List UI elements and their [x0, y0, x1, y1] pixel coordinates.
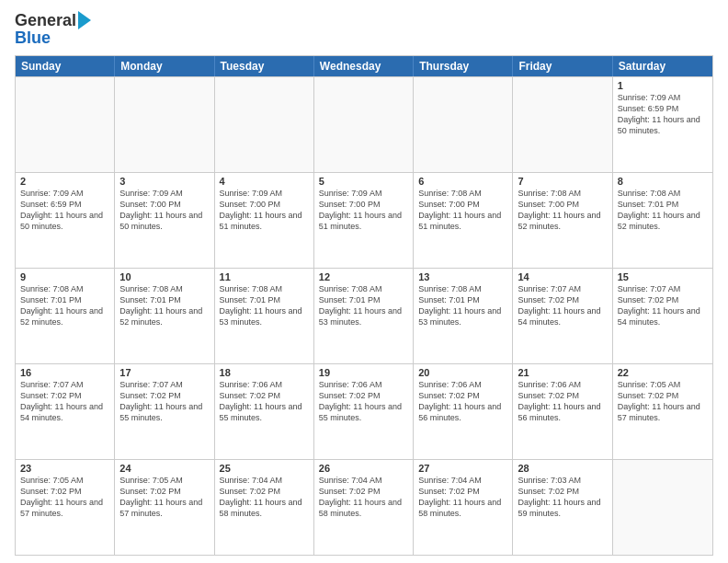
- cell-info: Sunrise: 7:09 AMSunset: 7:00 PMDaylight:…: [220, 188, 309, 233]
- day-number: 9: [20, 271, 109, 282]
- calendar-cell: 22Sunrise: 7:05 AMSunset: 7:02 PMDayligh…: [613, 364, 712, 459]
- cell-info: Sunrise: 7:07 AMSunset: 7:02 PMDaylight:…: [119, 379, 209, 424]
- calendar-cell: 15Sunrise: 7:07 AMSunset: 7:02 PMDayligh…: [613, 269, 712, 363]
- day-number: 8: [618, 176, 708, 187]
- day-number: 10: [119, 271, 209, 282]
- cell-info: Sunrise: 7:08 AMSunset: 7:01 PMDaylight:…: [119, 283, 209, 328]
- cell-info: Sunrise: 7:04 AMSunset: 7:02 PMDaylight:…: [319, 475, 408, 520]
- calendar-row: 1Sunrise: 7:09 AMSunset: 6:59 PMDaylight…: [16, 76, 712, 172]
- calendar-cell: 27Sunrise: 7:04 AMSunset: 7:02 PMDayligh…: [414, 460, 513, 555]
- calendar-header-day: Friday: [513, 56, 612, 76]
- calendar-header-day: Monday: [115, 56, 214, 76]
- day-number: 11: [220, 271, 309, 282]
- calendar-row: 16Sunrise: 7:07 AMSunset: 7:02 PMDayligh…: [16, 363, 712, 459]
- calendar-cell: 16Sunrise: 7:07 AMSunset: 7:02 PMDayligh…: [16, 364, 115, 459]
- logo-blue-text: Blue: [15, 29, 51, 48]
- day-number: 3: [119, 176, 209, 187]
- calendar-cell: 18Sunrise: 7:06 AMSunset: 7:02 PMDayligh…: [215, 364, 314, 459]
- calendar-cell: 19Sunrise: 7:06 AMSunset: 7:02 PMDayligh…: [314, 364, 414, 459]
- calendar-header: SundayMondayTuesdayWednesdayThursdayFrid…: [16, 56, 712, 76]
- cell-info: Sunrise: 7:08 AMSunset: 7:01 PMDaylight:…: [220, 283, 309, 328]
- day-number: 4: [220, 176, 309, 187]
- cell-info: Sunrise: 7:05 AMSunset: 7:02 PMDaylight:…: [20, 475, 109, 520]
- calendar-cell: [513, 77, 612, 172]
- cell-info: Sunrise: 7:08 AMSunset: 7:01 PMDaylight:…: [20, 283, 109, 328]
- cell-info: Sunrise: 7:08 AMSunset: 7:00 PMDaylight:…: [518, 188, 607, 233]
- calendar-cell: 21Sunrise: 7:06 AMSunset: 7:02 PMDayligh…: [513, 364, 612, 459]
- day-number: 22: [618, 367, 708, 378]
- calendar-cell: 17Sunrise: 7:07 AMSunset: 7:02 PMDayligh…: [115, 364, 214, 459]
- calendar-cell: 23Sunrise: 7:05 AMSunset: 7:02 PMDayligh…: [16, 460, 115, 555]
- logo-arrow-icon: [78, 11, 91, 29]
- day-number: 20: [418, 367, 507, 378]
- day-number: 26: [319, 463, 408, 474]
- calendar-cell: 25Sunrise: 7:04 AMSunset: 7:02 PMDayligh…: [215, 460, 314, 555]
- day-number: 1: [618, 80, 708, 91]
- cell-info: Sunrise: 7:09 AMSunset: 6:59 PMDaylight:…: [618, 92, 708, 137]
- page: General Blue SundayMondayTuesdayWednesda…: [0, 0, 728, 563]
- cell-info: Sunrise: 7:08 AMSunset: 7:00 PMDaylight:…: [418, 188, 507, 233]
- cell-info: Sunrise: 7:06 AMSunset: 7:02 PMDaylight:…: [518, 379, 607, 424]
- calendar-cell: 9Sunrise: 7:08 AMSunset: 7:01 PMDaylight…: [16, 269, 115, 363]
- day-number: 25: [220, 463, 309, 474]
- cell-info: Sunrise: 7:06 AMSunset: 7:02 PMDaylight:…: [319, 379, 408, 424]
- calendar-row: 2Sunrise: 7:09 AMSunset: 6:59 PMDaylight…: [16, 172, 712, 268]
- calendar-row: 23Sunrise: 7:05 AMSunset: 7:02 PMDayligh…: [16, 459, 712, 555]
- day-number: 2: [20, 176, 109, 187]
- cell-info: Sunrise: 7:09 AMSunset: 7:00 PMDaylight:…: [119, 188, 209, 233]
- calendar-cell: 20Sunrise: 7:06 AMSunset: 7:02 PMDayligh…: [414, 364, 513, 459]
- logo-general-text: General: [15, 11, 76, 30]
- cell-info: Sunrise: 7:08 AMSunset: 7:01 PMDaylight:…: [418, 283, 507, 328]
- day-number: 18: [220, 367, 309, 378]
- day-number: 23: [20, 463, 109, 474]
- calendar-cell: 11Sunrise: 7:08 AMSunset: 7:01 PMDayligh…: [215, 269, 314, 363]
- logo: General Blue: [15, 11, 91, 48]
- cell-info: Sunrise: 7:07 AMSunset: 7:02 PMDaylight:…: [20, 379, 109, 424]
- day-number: 24: [119, 463, 209, 474]
- calendar-header-day: Saturday: [613, 56, 712, 76]
- day-number: 27: [418, 463, 507, 474]
- calendar-cell: [613, 460, 712, 555]
- calendar-cell: [16, 77, 115, 172]
- calendar-cell: 6Sunrise: 7:08 AMSunset: 7:00 PMDaylight…: [414, 173, 513, 268]
- calendar-cell: [314, 77, 414, 172]
- calendar: SundayMondayTuesdayWednesdayThursdayFrid…: [15, 55, 713, 556]
- calendar-cell: 12Sunrise: 7:08 AMSunset: 7:01 PMDayligh…: [314, 269, 414, 363]
- day-number: 28: [518, 463, 607, 474]
- day-number: 17: [119, 367, 209, 378]
- calendar-cell: [414, 77, 513, 172]
- calendar-header-day: Tuesday: [215, 56, 314, 76]
- cell-info: Sunrise: 7:07 AMSunset: 7:02 PMDaylight:…: [618, 283, 708, 328]
- day-number: 5: [319, 176, 408, 187]
- day-number: 14: [518, 271, 607, 282]
- cell-info: Sunrise: 7:04 AMSunset: 7:02 PMDaylight:…: [220, 475, 309, 520]
- day-number: 6: [418, 176, 507, 187]
- cell-info: Sunrise: 7:07 AMSunset: 7:02 PMDaylight:…: [518, 283, 607, 328]
- day-number: 15: [618, 271, 708, 282]
- calendar-cell: 2Sunrise: 7:09 AMSunset: 6:59 PMDaylight…: [16, 173, 115, 268]
- calendar-cell: 28Sunrise: 7:03 AMSunset: 7:02 PMDayligh…: [513, 460, 612, 555]
- calendar-header-day: Thursday: [414, 56, 513, 76]
- cell-info: Sunrise: 7:06 AMSunset: 7:02 PMDaylight:…: [418, 379, 507, 424]
- calendar-cell: [215, 77, 314, 172]
- calendar-header-day: Wednesday: [314, 56, 414, 76]
- cell-info: Sunrise: 7:04 AMSunset: 7:02 PMDaylight:…: [418, 475, 507, 520]
- calendar-body: 1Sunrise: 7:09 AMSunset: 6:59 PMDaylight…: [16, 76, 712, 555]
- calendar-cell: 5Sunrise: 7:09 AMSunset: 7:00 PMDaylight…: [314, 173, 414, 268]
- cell-info: Sunrise: 7:08 AMSunset: 7:01 PMDaylight:…: [618, 188, 708, 233]
- day-number: 21: [518, 367, 607, 378]
- calendar-cell: 13Sunrise: 7:08 AMSunset: 7:01 PMDayligh…: [414, 269, 513, 363]
- calendar-cell: 4Sunrise: 7:09 AMSunset: 7:00 PMDaylight…: [215, 173, 314, 268]
- calendar-cell: 3Sunrise: 7:09 AMSunset: 7:00 PMDaylight…: [115, 173, 214, 268]
- calendar-cell: 1Sunrise: 7:09 AMSunset: 6:59 PMDaylight…: [613, 77, 712, 172]
- calendar-cell: 24Sunrise: 7:05 AMSunset: 7:02 PMDayligh…: [115, 460, 214, 555]
- cell-info: Sunrise: 7:05 AMSunset: 7:02 PMDaylight:…: [618, 379, 708, 424]
- calendar-cell: 7Sunrise: 7:08 AMSunset: 7:00 PMDaylight…: [513, 173, 612, 268]
- cell-info: Sunrise: 7:09 AMSunset: 6:59 PMDaylight:…: [20, 188, 109, 233]
- calendar-cell: 8Sunrise: 7:08 AMSunset: 7:01 PMDaylight…: [613, 173, 712, 268]
- calendar-cell: 26Sunrise: 7:04 AMSunset: 7:02 PMDayligh…: [314, 460, 414, 555]
- day-number: 12: [319, 271, 408, 282]
- cell-info: Sunrise: 7:09 AMSunset: 7:00 PMDaylight:…: [319, 188, 408, 233]
- header: General Blue: [15, 11, 713, 48]
- cell-info: Sunrise: 7:03 AMSunset: 7:02 PMDaylight:…: [518, 475, 607, 520]
